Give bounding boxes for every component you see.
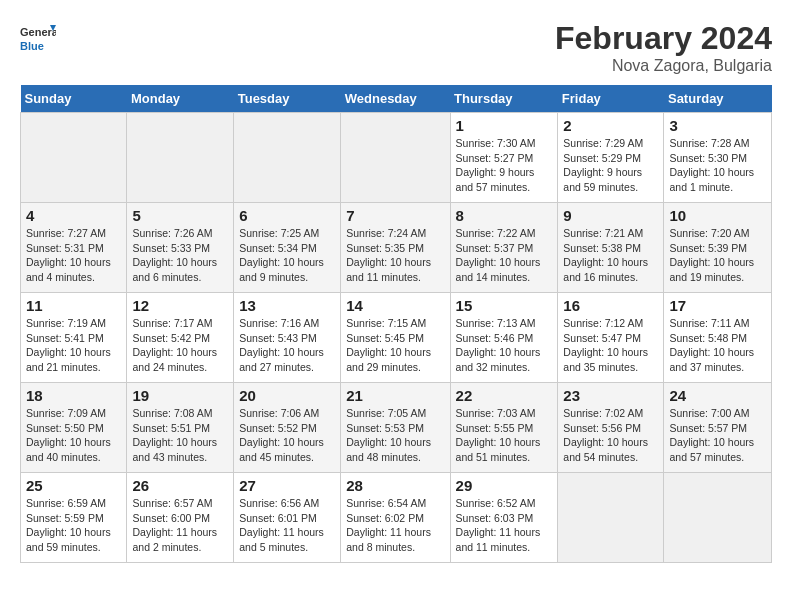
calendar-day-cell: 2Sunrise: 7:29 AM Sunset: 5:29 PM Daylig…: [558, 113, 664, 203]
day-info: Sunrise: 6:56 AM Sunset: 6:01 PM Dayligh…: [239, 496, 335, 555]
calendar-week-row: 1Sunrise: 7:30 AM Sunset: 5:27 PM Daylig…: [21, 113, 772, 203]
day-number: 1: [456, 117, 553, 134]
weekday-header: Saturday: [664, 85, 772, 113]
day-number: 13: [239, 297, 335, 314]
day-info: Sunrise: 7:15 AM Sunset: 5:45 PM Dayligh…: [346, 316, 444, 375]
day-info: Sunrise: 7:05 AM Sunset: 5:53 PM Dayligh…: [346, 406, 444, 465]
page-header: General Blue February 2024 Nova Zagora, …: [20, 20, 772, 75]
day-info: Sunrise: 7:06 AM Sunset: 5:52 PM Dayligh…: [239, 406, 335, 465]
day-info: Sunrise: 7:22 AM Sunset: 5:37 PM Dayligh…: [456, 226, 553, 285]
calendar-day-cell: 9Sunrise: 7:21 AM Sunset: 5:38 PM Daylig…: [558, 203, 664, 293]
calendar-day-cell: 17Sunrise: 7:11 AM Sunset: 5:48 PM Dayli…: [664, 293, 772, 383]
calendar-day-cell: 18Sunrise: 7:09 AM Sunset: 5:50 PM Dayli…: [21, 383, 127, 473]
day-number: 12: [132, 297, 228, 314]
calendar-day-cell: 29Sunrise: 6:52 AM Sunset: 6:03 PM Dayli…: [450, 473, 558, 563]
calendar-day-cell: 25Sunrise: 6:59 AM Sunset: 5:59 PM Dayli…: [21, 473, 127, 563]
day-number: 28: [346, 477, 444, 494]
calendar-day-cell: 23Sunrise: 7:02 AM Sunset: 5:56 PM Dayli…: [558, 383, 664, 473]
day-number: 5: [132, 207, 228, 224]
calendar-day-cell: [127, 113, 234, 203]
day-number: 25: [26, 477, 121, 494]
day-number: 29: [456, 477, 553, 494]
day-number: 11: [26, 297, 121, 314]
calendar-day-cell: [21, 113, 127, 203]
calendar-week-row: 11Sunrise: 7:19 AM Sunset: 5:41 PM Dayli…: [21, 293, 772, 383]
day-number: 9: [563, 207, 658, 224]
calendar-day-cell: 20Sunrise: 7:06 AM Sunset: 5:52 PM Dayli…: [234, 383, 341, 473]
day-number: 3: [669, 117, 766, 134]
day-info: Sunrise: 7:17 AM Sunset: 5:42 PM Dayligh…: [132, 316, 228, 375]
weekday-header: Friday: [558, 85, 664, 113]
day-info: Sunrise: 6:57 AM Sunset: 6:00 PM Dayligh…: [132, 496, 228, 555]
day-number: 26: [132, 477, 228, 494]
calendar-week-row: 25Sunrise: 6:59 AM Sunset: 5:59 PM Dayli…: [21, 473, 772, 563]
day-number: 19: [132, 387, 228, 404]
calendar-day-cell: [558, 473, 664, 563]
day-info: Sunrise: 7:26 AM Sunset: 5:33 PM Dayligh…: [132, 226, 228, 285]
day-info: Sunrise: 6:52 AM Sunset: 6:03 PM Dayligh…: [456, 496, 553, 555]
logo-svg: General Blue: [20, 20, 56, 56]
day-info: Sunrise: 7:29 AM Sunset: 5:29 PM Dayligh…: [563, 136, 658, 195]
day-number: 14: [346, 297, 444, 314]
weekday-header: Monday: [127, 85, 234, 113]
calendar-day-cell: 6Sunrise: 7:25 AM Sunset: 5:34 PM Daylig…: [234, 203, 341, 293]
calendar-day-cell: 4Sunrise: 7:27 AM Sunset: 5:31 PM Daylig…: [21, 203, 127, 293]
day-info: Sunrise: 7:11 AM Sunset: 5:48 PM Dayligh…: [669, 316, 766, 375]
calendar-day-cell: 16Sunrise: 7:12 AM Sunset: 5:47 PM Dayli…: [558, 293, 664, 383]
weekday-header-row: SundayMondayTuesdayWednesdayThursdayFrid…: [21, 85, 772, 113]
calendar-day-cell: 24Sunrise: 7:00 AM Sunset: 5:57 PM Dayli…: [664, 383, 772, 473]
day-info: Sunrise: 7:02 AM Sunset: 5:56 PM Dayligh…: [563, 406, 658, 465]
calendar-day-cell: 28Sunrise: 6:54 AM Sunset: 6:02 PM Dayli…: [341, 473, 450, 563]
calendar-week-row: 4Sunrise: 7:27 AM Sunset: 5:31 PM Daylig…: [21, 203, 772, 293]
day-number: 6: [239, 207, 335, 224]
calendar-title: February 2024: [555, 20, 772, 57]
day-number: 24: [669, 387, 766, 404]
day-number: 4: [26, 207, 121, 224]
day-number: 18: [26, 387, 121, 404]
day-info: Sunrise: 7:25 AM Sunset: 5:34 PM Dayligh…: [239, 226, 335, 285]
calendar-day-cell: 1Sunrise: 7:30 AM Sunset: 5:27 PM Daylig…: [450, 113, 558, 203]
day-info: Sunrise: 7:16 AM Sunset: 5:43 PM Dayligh…: [239, 316, 335, 375]
day-info: Sunrise: 7:03 AM Sunset: 5:55 PM Dayligh…: [456, 406, 553, 465]
day-info: Sunrise: 7:09 AM Sunset: 5:50 PM Dayligh…: [26, 406, 121, 465]
day-number: 20: [239, 387, 335, 404]
calendar-week-row: 18Sunrise: 7:09 AM Sunset: 5:50 PM Dayli…: [21, 383, 772, 473]
day-info: Sunrise: 7:19 AM Sunset: 5:41 PM Dayligh…: [26, 316, 121, 375]
day-number: 23: [563, 387, 658, 404]
calendar-day-cell: 21Sunrise: 7:05 AM Sunset: 5:53 PM Dayli…: [341, 383, 450, 473]
day-info: Sunrise: 6:59 AM Sunset: 5:59 PM Dayligh…: [26, 496, 121, 555]
calendar-day-cell: 13Sunrise: 7:16 AM Sunset: 5:43 PM Dayli…: [234, 293, 341, 383]
day-info: Sunrise: 7:24 AM Sunset: 5:35 PM Dayligh…: [346, 226, 444, 285]
weekday-header: Sunday: [21, 85, 127, 113]
calendar-subtitle: Nova Zagora, Bulgaria: [555, 57, 772, 75]
day-number: 22: [456, 387, 553, 404]
logo: General Blue: [20, 20, 56, 56]
calendar-day-cell: [234, 113, 341, 203]
day-info: Sunrise: 7:27 AM Sunset: 5:31 PM Dayligh…: [26, 226, 121, 285]
day-number: 17: [669, 297, 766, 314]
calendar-day-cell: 26Sunrise: 6:57 AM Sunset: 6:00 PM Dayli…: [127, 473, 234, 563]
calendar-day-cell: 19Sunrise: 7:08 AM Sunset: 5:51 PM Dayli…: [127, 383, 234, 473]
calendar-day-cell: 3Sunrise: 7:28 AM Sunset: 5:30 PM Daylig…: [664, 113, 772, 203]
day-number: 16: [563, 297, 658, 314]
day-info: Sunrise: 7:20 AM Sunset: 5:39 PM Dayligh…: [669, 226, 766, 285]
calendar-table: SundayMondayTuesdayWednesdayThursdayFrid…: [20, 85, 772, 563]
day-info: Sunrise: 6:54 AM Sunset: 6:02 PM Dayligh…: [346, 496, 444, 555]
calendar-day-cell: 27Sunrise: 6:56 AM Sunset: 6:01 PM Dayli…: [234, 473, 341, 563]
day-number: 27: [239, 477, 335, 494]
day-number: 8: [456, 207, 553, 224]
calendar-day-cell: 8Sunrise: 7:22 AM Sunset: 5:37 PM Daylig…: [450, 203, 558, 293]
title-block: February 2024 Nova Zagora, Bulgaria: [555, 20, 772, 75]
svg-text:Blue: Blue: [20, 40, 44, 52]
calendar-day-cell: 12Sunrise: 7:17 AM Sunset: 5:42 PM Dayli…: [127, 293, 234, 383]
day-info: Sunrise: 7:08 AM Sunset: 5:51 PM Dayligh…: [132, 406, 228, 465]
day-info: Sunrise: 7:13 AM Sunset: 5:46 PM Dayligh…: [456, 316, 553, 375]
day-number: 15: [456, 297, 553, 314]
day-info: Sunrise: 7:28 AM Sunset: 5:30 PM Dayligh…: [669, 136, 766, 195]
day-number: 7: [346, 207, 444, 224]
calendar-day-cell: 11Sunrise: 7:19 AM Sunset: 5:41 PM Dayli…: [21, 293, 127, 383]
svg-text:General: General: [20, 26, 56, 38]
weekday-header: Wednesday: [341, 85, 450, 113]
calendar-day-cell: [664, 473, 772, 563]
calendar-day-cell: [341, 113, 450, 203]
